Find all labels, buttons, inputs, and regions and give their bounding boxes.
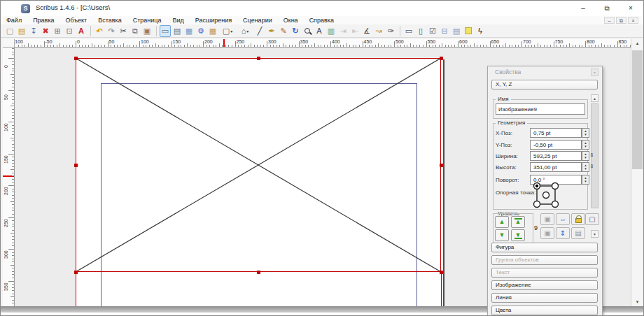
cut-button[interactable]: ✂	[118, 25, 129, 37]
resize-handle-top-mid[interactable]	[257, 57, 260, 60]
print-button[interactable]: ⊞	[52, 25, 63, 37]
printer-button[interactable]: ▤	[571, 227, 585, 239]
menu-item-1[interactable]: Правка	[27, 16, 59, 24]
close-document-button[interactable]: ✖	[40, 25, 51, 37]
palette-scroll-up-icon[interactable]: ▲	[591, 94, 598, 102]
scroll-up-icon[interactable]: ▴	[631, 39, 643, 48]
paste-button[interactable]: ▣	[141, 25, 153, 37]
pdf-combo-box-button[interactable]: ⊟	[439, 25, 450, 37]
insert-polygon-button[interactable]: ⌂▾	[237, 25, 253, 37]
camera-alt-button[interactable]: ▣	[540, 227, 554, 239]
tab-5[interactable]: Цвета	[491, 306, 598, 315]
rotate-item-button[interactable]: ↻	[290, 25, 301, 37]
width-spinner[interactable]: ▲▼	[582, 151, 589, 161]
link-width-height-icon[interactable]: ∞	[589, 164, 595, 168]
menu-item-3[interactable]: Вставка	[92, 16, 127, 24]
menu-item-2[interactable]: Объект	[60, 16, 93, 24]
save-document-button[interactable]: ↧	[28, 25, 39, 37]
flip-vertical-button[interactable]: ⇕	[556, 227, 570, 239]
camera-button[interactable]: ▣	[540, 213, 554, 225]
vertical-ruler[interactable]: 050100150200250300350	[3, 48, 15, 306]
insert-render-frame-button[interactable]: ⚙	[195, 25, 206, 37]
menu-item-9[interactable]: Справка	[304, 16, 340, 24]
mdi-restore-button[interactable]: ⧉	[616, 17, 626, 24]
scrollbar-thumb[interactable]	[632, 50, 643, 169]
pdf-push-button-button[interactable]: ▭	[403, 25, 414, 37]
y-pos-input[interactable]: -0,50 pt▲▼	[530, 140, 582, 150]
select-item-button[interactable]: ▭	[160, 25, 171, 37]
width-input[interactable]: 593,25 pt▲▼	[530, 151, 582, 161]
resize-handle-mid-left[interactable]	[74, 164, 78, 167]
mdi-minimize-button[interactable]: –	[604, 17, 615, 24]
redo-button[interactable]: ↷	[106, 25, 117, 37]
open-document-button[interactable]: ▤	[16, 25, 27, 37]
resize-handle-mid-right[interactable]	[440, 164, 443, 167]
rotation-spinner[interactable]: ▲▼	[582, 175, 589, 185]
object-name-input[interactable]: Изображение9	[496, 103, 585, 115]
palette-close-button[interactable]: ▪	[591, 69, 598, 76]
height-input[interactable]: 351,00 pt▲▼	[530, 162, 582, 172]
scroll-down-icon[interactable]: ▾	[631, 298, 643, 306]
flip-horizontal-button[interactable]: ⇔	[556, 213, 570, 225]
insert-image-frame-button[interactable]: ▦	[183, 25, 195, 37]
minimize-button[interactable]: –	[571, 1, 595, 16]
copy-item-properties-button[interactable]: ↝	[373, 25, 384, 37]
x-pos-input[interactable]: 0,75 pt▲▼	[530, 128, 582, 138]
ruler-origin-box[interactable]	[3, 39, 15, 48]
x-pos-spinner[interactable]: ▲▼	[582, 128, 589, 138]
undo-button[interactable]: ↶	[94, 25, 105, 37]
insert-shape-button[interactable]: ▢▾	[219, 25, 236, 37]
menu-item-5[interactable]: Вид	[167, 16, 189, 24]
insert-freehand-button[interactable]: ✎	[278, 25, 289, 37]
resize-handle-bottom-right[interactable]	[440, 271, 443, 274]
menu-item-6[interactable]: Расширения	[190, 16, 237, 24]
horizontal-ruler[interactable]: -100-50050100150200250300350400450500550…	[15, 39, 631, 48]
basepoint-selector[interactable]	[531, 180, 561, 210]
mdi-close-button[interactable]: ×	[628, 17, 638, 24]
menu-item-8[interactable]: Окна	[278, 16, 304, 24]
resize-handle-bottom-mid[interactable]	[257, 271, 260, 274]
pdf-text-annotation-button[interactable]	[463, 25, 474, 37]
pdf-list-box-button[interactable]: ▤	[451, 25, 462, 37]
resize-handle-bottom-left[interactable]	[74, 271, 78, 274]
raise-to-top-button[interactable]: ▲	[511, 216, 525, 228]
tab-0[interactable]: Фигура	[491, 243, 598, 252]
palette-scroll-down-icon[interactable]: ▼	[591, 230, 598, 238]
unlink-text-frames-button[interactable]: ⇤	[349, 25, 360, 37]
height-spinner[interactable]: ▲▼	[582, 162, 589, 172]
insert-bezier-button[interactable]: ✒	[266, 25, 277, 37]
edit-story-button[interactable]: ▥	[326, 25, 337, 37]
lower-level-button[interactable]: ▼	[495, 229, 509, 241]
preview-button[interactable]: ⊡	[64, 25, 75, 37]
tab-4[interactable]: Линия	[491, 293, 598, 303]
new-document-button[interactable]: ▢	[4, 25, 15, 37]
insert-line-button[interactable]: ╱	[254, 25, 265, 37]
measurements-button[interactable]: ∡	[361, 25, 372, 37]
y-pos-spinner[interactable]: ▲▼	[582, 140, 589, 150]
tab-xyz[interactable]: X, Y, Z	[491, 80, 598, 89]
tab-3[interactable]: Изображение	[491, 280, 598, 290]
edit-contents-button[interactable]: A	[314, 25, 325, 37]
copy-button[interactable]: ⧉	[130, 25, 141, 37]
lower-to-bottom-button[interactable]: ▼	[511, 229, 525, 241]
insert-table-button[interactable]: ▦	[207, 25, 218, 37]
raise-level-button[interactable]: ▲	[495, 216, 509, 228]
pdf-link-annotation-button[interactable]: ϟ	[475, 25, 486, 37]
insert-text-frame-button[interactable]: ▤	[172, 25, 183, 37]
resize-handle-top-right[interactable]	[440, 57, 443, 60]
selected-image-frame[interactable]	[76, 58, 441, 272]
export-pdf-button[interactable]: A	[76, 25, 87, 37]
link-text-frames-button[interactable]: ⇥	[337, 25, 349, 37]
zoom-tool-button[interactable]	[302, 25, 313, 37]
canvas-vertical-scrollbar[interactable]: ▴ ▾	[631, 39, 643, 306]
unlock-button[interactable]	[571, 213, 585, 225]
pdf-checkbox-button[interactable]: ☑	[427, 25, 438, 37]
link-width-height-icon[interactable]: ∞	[589, 153, 595, 157]
eye-dropper-button[interactable]: ✑	[385, 25, 396, 37]
menu-item-0[interactable]: Файл	[1, 16, 27, 24]
menu-item-7[interactable]: Сценарии	[237, 16, 278, 24]
close-button[interactable]: ×	[619, 1, 643, 16]
pdf-text-field-button[interactable]: ▯	[415, 25, 426, 37]
menu-item-4[interactable]: Страница	[127, 16, 167, 24]
lock-size-button[interactable]: ▢	[585, 213, 599, 225]
